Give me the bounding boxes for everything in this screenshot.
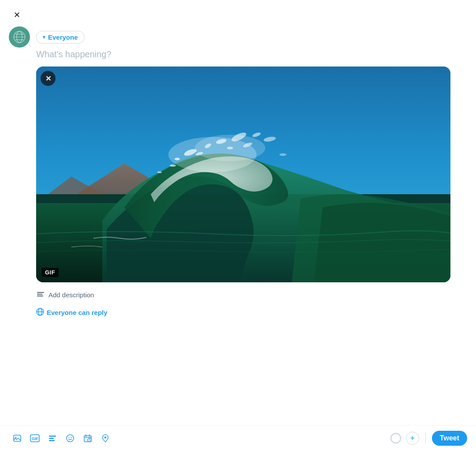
svg-rect-36 (49, 438, 54, 439)
compose-placeholder[interactable]: What's happening? (36, 49, 467, 59)
avatar (9, 26, 30, 48)
tweet-button[interactable]: Tweet (432, 431, 467, 446)
add-schedule-button[interactable] (79, 430, 96, 447)
everyone-can-reply-button[interactable]: Everyone can reply (36, 303, 467, 322)
svg-point-40 (71, 437, 72, 438)
svg-point-22 (279, 153, 286, 156)
audience-label: Everyone (48, 33, 78, 41)
add-poll-button[interactable] (44, 430, 61, 447)
compose-modal: ✕ ▾ Everyone What's happening? (0, 0, 476, 451)
svg-rect-27 (37, 296, 43, 296)
description-icon (36, 290, 45, 299)
modal-close-button[interactable]: ✕ (9, 7, 25, 23)
character-count (390, 433, 402, 444)
svg-rect-31 (14, 435, 21, 441)
add-emoji-button[interactable] (62, 430, 78, 447)
svg-text:GIF: GIF (32, 436, 39, 441)
gif-badge: GIF (41, 268, 59, 277)
compose-top-row: ▾ Everyone (9, 26, 467, 48)
svg-rect-25 (37, 292, 44, 293)
svg-point-20 (157, 171, 162, 173)
media-attachment: ✕ GIF (36, 67, 450, 282)
everyone-can-reply-label: Everyone can reply (47, 309, 108, 316)
toolbar-vertical-divider (425, 432, 426, 444)
image-remove-button[interactable]: ✕ (41, 71, 56, 86)
wave-image (36, 67, 450, 282)
chevron-down-icon: ▾ (43, 34, 45, 40)
add-thread-button[interactable]: + (406, 432, 419, 445)
svg-point-46 (104, 436, 107, 439)
compose-content-area: What's happening? (36, 49, 467, 421)
add-location-button[interactable] (97, 430, 114, 447)
svg-rect-37 (49, 440, 55, 441)
add-image-button[interactable] (9, 430, 26, 447)
media-toolbar-icons: GIF (9, 430, 390, 447)
add-description-button[interactable]: Add description (36, 288, 467, 302)
svg-point-47 (391, 433, 401, 443)
add-description-label: Add description (48, 291, 94, 299)
toolbar-right-section: + Tweet (390, 431, 467, 446)
svg-point-24 (195, 135, 265, 161)
svg-point-21 (170, 165, 176, 167)
svg-rect-26 (37, 294, 42, 295)
svg-point-38 (67, 435, 74, 442)
globe-icon (36, 308, 44, 317)
audience-dropdown-button[interactable]: ▾ Everyone (36, 31, 85, 44)
svg-rect-35 (49, 436, 56, 437)
compose-toolbar: GIF (9, 425, 467, 451)
svg-point-39 (69, 437, 70, 438)
add-gif-button[interactable]: GIF (26, 430, 43, 447)
